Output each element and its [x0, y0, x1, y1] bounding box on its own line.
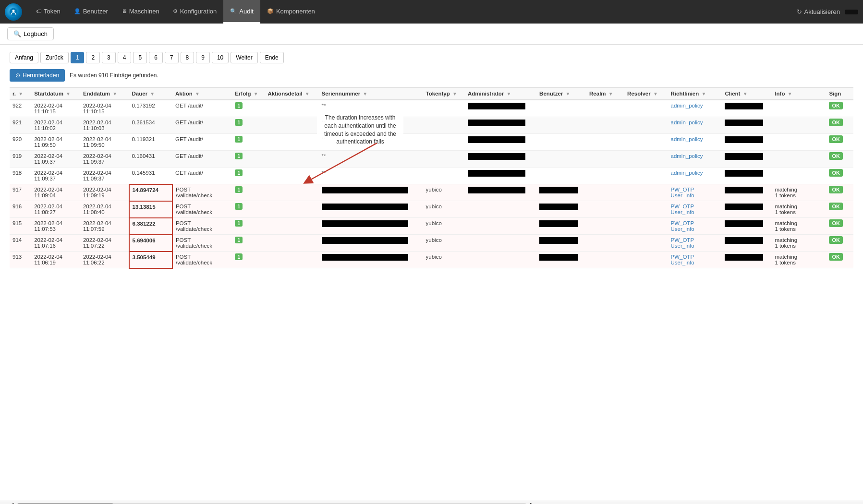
scroll-right-arrow[interactable]: ▶ — [530, 502, 534, 504]
cell-enddatum: 2022-02-04 11:09:37 — [80, 151, 129, 168]
richtlinien-link[interactable]: User_info — [671, 243, 694, 249]
table-row[interactable]: 9212022-02-04 11:10:022022-02-04 11:10:0… — [10, 117, 853, 134]
richtlinien-link[interactable]: PW_OTP — [671, 187, 694, 192]
nav-item-maschinen[interactable]: 🖥 Maschinen — [115, 0, 166, 24]
cell-richtlinien: PW_OTPUser_info — [668, 201, 722, 218]
col-header-realm[interactable]: Realm ▼ — [586, 88, 624, 100]
cell-erfolg: 1 — [232, 151, 265, 168]
richtlinien-link[interactable]: PW_OTP — [671, 237, 694, 243]
page-9[interactable]: 9 — [196, 52, 210, 63]
cell-enddatum: 2022-02-04 11:10:15 — [80, 100, 129, 117]
col-header-benutzer[interactable]: Benutzer ▼ — [536, 88, 586, 100]
table-row[interactable]: 9172022-02-04 11:09:042022-02-04 11:09:1… — [10, 184, 853, 201]
cell-startdatum: 2022-02-04 11:09:37 — [31, 151, 80, 168]
page-6[interactable]: 6 — [149, 52, 163, 63]
cell-sign: OK — [826, 184, 853, 201]
col-header-aktion[interactable]: Aktion ▼ — [172, 88, 232, 100]
refresh-button[interactable]: ↻ Aktualisieren — [797, 8, 840, 15]
cell-r: 917 — [10, 184, 31, 201]
table-row[interactable]: 9202022-02-04 11:09:502022-02-04 11:09:5… — [10, 134, 853, 151]
cell-startdatum: 2022-02-04 11:09:37 — [31, 168, 80, 184]
richtlinien-link[interactable]: User_info — [671, 192, 694, 198]
nav-items: 🏷 Token 👤 Benutzer 🖥 Maschinen ⚙ Konfigu… — [29, 0, 322, 24]
download-bar: ⊙ Herunterladen Es wurden 910 Einträge g… — [10, 69, 853, 82]
cell-r: 918 — [10, 168, 31, 184]
nav-item-token[interactable]: 🏷 Token — [29, 0, 67, 24]
cell-tokentyp — [423, 168, 465, 184]
col-header-startdatum[interactable]: Startdatum ▼ — [31, 88, 80, 100]
col-header-resolver[interactable]: Resolver ▼ — [624, 88, 668, 100]
richtlinien-link[interactable]: User_info — [671, 260, 694, 265]
cell-erfolg: 1 — [232, 201, 265, 218]
richtlinien-link[interactable]: admin_policy — [671, 120, 703, 125]
richtlinien-link[interactable]: admin_policy — [671, 136, 703, 142]
nav-item-komponenten[interactable]: 📦 Komponenten — [260, 0, 322, 24]
horizontal-scrollbar[interactable]: ◀ ▶ — [0, 501, 863, 504]
cell-administrator — [465, 168, 536, 184]
richtlinien-link[interactable]: User_info — [671, 209, 694, 215]
table-row[interactable]: 9182022-02-04 11:09:372022-02-04 11:09:3… — [10, 168, 853, 184]
page-prev[interactable]: Zurück — [40, 52, 69, 63]
table-row[interactable]: 9142022-02-04 11:07:162022-02-04 11:07:2… — [10, 235, 853, 252]
cell-seriennummer: ** — [319, 151, 423, 168]
table-row[interactable]: 9162022-02-04 11:08:272022-02-04 11:08:4… — [10, 201, 853, 218]
cell-aktion: GET /audit/ — [172, 100, 232, 117]
nav-item-audit[interactable]: 🔍 Audit — [223, 0, 260, 24]
cell-info: matching 1 tokens — [772, 218, 826, 235]
col-header-info[interactable]: Info ▼ — [772, 88, 826, 100]
col-header-aktionsdetail[interactable]: Aktionsdetail ▼ — [265, 88, 318, 100]
cell-startdatum: 2022-02-04 11:09:50 — [31, 134, 80, 151]
cell-seriennummer: ** — [319, 117, 423, 134]
page-3[interactable]: 3 — [102, 52, 116, 63]
page-next[interactable]: Weiter — [231, 52, 257, 63]
table-row[interactable]: 9132022-02-04 11:06:192022-02-04 11:06:2… — [10, 252, 853, 268]
nav-right: ↻ Aktualisieren — [797, 8, 858, 15]
page-2[interactable]: 2 — [86, 52, 100, 63]
richtlinien-link[interactable]: admin_policy — [671, 153, 703, 159]
col-header-erfolg[interactable]: Erfolg ▼ — [232, 88, 265, 100]
table-row[interactable]: 9192022-02-04 11:09:372022-02-04 11:09:3… — [10, 151, 853, 168]
richtlinien-link[interactable]: admin_policy — [671, 103, 703, 108]
page-4[interactable]: 4 — [118, 52, 132, 63]
page-10[interactable]: 10 — [212, 52, 229, 63]
download-button[interactable]: ⊙ Herunterladen — [10, 69, 65, 82]
cell-sign: OK — [826, 151, 853, 168]
cell-benutzer — [536, 201, 586, 218]
cell-client — [722, 235, 772, 252]
col-header-dauer[interactable]: Dauer ▼ — [129, 88, 172, 100]
cell-benutzer — [536, 117, 586, 134]
cell-client — [722, 201, 772, 218]
richtlinien-link[interactable]: admin_policy — [671, 170, 703, 176]
table-row[interactable]: 9152022-02-04 11:07:532022-02-04 11:07:5… — [10, 218, 853, 235]
cell-aktion: GET /audit/ — [172, 168, 232, 184]
richtlinien-link[interactable]: PW_OTP — [671, 220, 694, 226]
logbuch-tab[interactable]: 🔍 Logbuch — [7, 27, 54, 40]
col-header-enddatum[interactable]: Enddatum ▼ — [80, 88, 129, 100]
richtlinien-link[interactable]: PW_OTP — [671, 204, 694, 209]
col-header-richtlinien[interactable]: Richtlinien ▼ — [668, 88, 722, 100]
page-7[interactable]: 7 — [165, 52, 179, 63]
cell-dauer: 6.381222 — [129, 218, 172, 235]
page-1[interactable]: 1 — [71, 52, 85, 63]
richtlinien-link[interactable]: PW_OTP — [671, 254, 694, 260]
page-8[interactable]: 8 — [181, 52, 194, 63]
col-header-administrator[interactable]: Administrator ▼ — [465, 88, 536, 100]
cell-startdatum: 2022-02-04 11:08:27 — [31, 201, 80, 218]
col-header-seriennummer[interactable]: Seriennummer ▼ — [319, 88, 423, 100]
scroll-left-arrow[interactable]: ◀ — [10, 502, 13, 504]
page-last[interactable]: Ende — [260, 52, 284, 63]
col-header-r[interactable]: r. ▼ — [10, 88, 31, 100]
col-header-tokentyp[interactable]: Tokentyp ▼ — [423, 88, 465, 100]
table-row[interactable]: 9222022-02-04 11:10:152022-02-04 11:10:1… — [10, 100, 853, 117]
richtlinien-link[interactable]: User_info — [671, 226, 694, 232]
page-5[interactable]: 5 — [133, 52, 147, 63]
cell-aktionsdetail — [265, 134, 318, 151]
refresh-label: Aktualisieren — [804, 8, 840, 15]
page-first[interactable]: Anfang — [10, 52, 38, 63]
col-header-client[interactable]: Client ▼ — [722, 88, 772, 100]
cell-info: matching 1 tokens — [772, 252, 826, 268]
cell-r: 916 — [10, 201, 31, 218]
nav-item-benutzer[interactable]: 👤 Benutzer — [67, 0, 115, 24]
cell-aktionsdetail — [265, 235, 318, 252]
nav-item-konfiguration[interactable]: ⚙ Konfiguration — [166, 0, 224, 24]
